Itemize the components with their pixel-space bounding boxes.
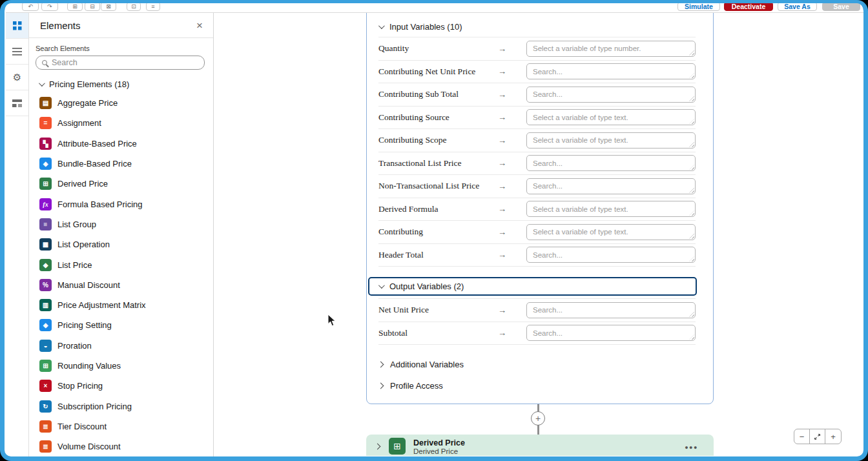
- list-operation-icon: ▦: [39, 238, 52, 251]
- element-list-item[interactable]: ◈Bundle-Based Price: [29, 154, 213, 174]
- variable-value-input[interactable]: [527, 156, 695, 170]
- delete-button[interactable]: ⊠: [101, 2, 116, 11]
- variable-value-input[interactable]: [527, 64, 695, 79]
- variable-row: Contributing Sub Total→: [378, 83, 696, 107]
- element-list-item[interactable]: ◈Pricing Setting: [29, 315, 213, 335]
- deactivate-button[interactable]: Deactivate: [724, 2, 773, 11]
- rail-item-fields[interactable]: [6, 39, 28, 65]
- variable-value-box[interactable]: [526, 302, 696, 318]
- rail-item-elements[interactable]: [6, 13, 28, 39]
- close-icon[interactable]: ×: [196, 20, 203, 31]
- pricing-setting-icon: ◈: [39, 319, 52, 331]
- paste-button[interactable]: ⊟: [85, 2, 100, 11]
- snapshot-button[interactable]: ⊡: [127, 2, 141, 11]
- input-variables-header[interactable]: Input Variables (10): [378, 20, 696, 37]
- variable-label: Contributing Source: [378, 112, 498, 123]
- section-profile-access[interactable]: Profile Access: [378, 375, 696, 396]
- variable-value-input[interactable]: [527, 247, 695, 262]
- element-list-item[interactable]: ◒Proration: [29, 336, 213, 356]
- node-menu-icon[interactable]: ●●●: [685, 444, 698, 451]
- variable-value-box[interactable]: [526, 109, 696, 125]
- variable-value-box[interactable]: [526, 247, 696, 263]
- chevron-right-icon: [378, 383, 384, 389]
- variable-value-box[interactable]: [526, 178, 696, 194]
- derived-price-node[interactable]: ⊞ Derived Price Derived Price ●●●: [366, 435, 714, 456]
- canvas[interactable]: Input Variables (10) Quantity→Contributi…: [214, 13, 863, 456]
- rail-item-layout[interactable]: [6, 90, 28, 116]
- variable-value-input[interactable]: [527, 87, 695, 102]
- stop-pricing-icon: ×: [39, 380, 52, 392]
- app-background: ↶↷⊞⊟⊠⊡≡ SimulateDeactivateSave AsSave ⚙ …: [1, 1, 867, 460]
- variable-label: Transactional List Price: [378, 158, 498, 169]
- element-list-item[interactable]: ⊞Derived Price: [29, 174, 213, 194]
- save-button[interactable]: Save: [822, 2, 860, 11]
- element-list-item[interactable]: fxFormula Based Pricing: [29, 194, 213, 214]
- section-additional-variables[interactable]: Additional Variables: [378, 354, 696, 375]
- variable-value-box[interactable]: [526, 201, 696, 217]
- variable-value-input[interactable]: [527, 201, 695, 216]
- element-list-item[interactable]: ↻Subscription Pricing: [29, 396, 213, 416]
- fit-view-button[interactable]: [810, 429, 825, 444]
- arrow-right-icon: →: [498, 44, 526, 54]
- variable-value-box[interactable]: [526, 325, 696, 341]
- variable-value-input[interactable]: [527, 110, 695, 125]
- variable-label: Quantity: [378, 43, 498, 54]
- search-input[interactable]: [52, 58, 204, 67]
- element-list-item[interactable]: %Manual Discount: [29, 275, 213, 295]
- element-list-item[interactable]: ▦List Operation: [29, 234, 213, 254]
- copy-button[interactable]: ⊞: [67, 2, 83, 11]
- search-icon: [42, 60, 47, 65]
- element-list-item[interactable]: ▥Price Adjustment Matrix: [29, 295, 213, 315]
- variable-value-box[interactable]: [526, 224, 696, 240]
- variable-row: Contributing Net Unit Price→: [378, 61, 696, 84]
- simulate-label: Simulate: [685, 3, 713, 10]
- element-list-item[interactable]: ×Stop Pricing: [29, 376, 213, 396]
- variable-value-input[interactable]: [527, 41, 695, 56]
- node-title: Derived Price: [413, 438, 465, 447]
- arrow-right-icon: →: [498, 136, 526, 145]
- undo-button[interactable]: ↶: [22, 2, 39, 11]
- add-element-button[interactable]: +: [531, 411, 545, 425]
- derived-price-icon: ⊞: [39, 178, 52, 190]
- variable-value-input[interactable]: [527, 179, 695, 194]
- more-button[interactable]: ≡: [146, 2, 160, 11]
- output-variable-rows: Net Unit Price→Subtotal→: [367, 299, 713, 345]
- input-variables-label: Input Variables (10): [389, 22, 462, 32]
- variable-value-box[interactable]: [526, 132, 696, 149]
- variable-value-input[interactable]: [527, 133, 695, 148]
- output-variables-header[interactable]: Output Variables (2): [368, 277, 697, 296]
- variable-value-box[interactable]: [526, 41, 696, 57]
- save-as-button[interactable]: Save As: [778, 2, 817, 11]
- elements-panel-header: Elements ×: [29, 13, 213, 38]
- element-list-item[interactable]: ▚Attribute-Based Price: [29, 134, 213, 154]
- subscription-pricing-icon: ↻: [39, 400, 52, 413]
- element-list-item[interactable]: ≣Volume Discount: [29, 436, 213, 456]
- zoom-in-button[interactable]: +: [825, 429, 841, 444]
- element-list-item[interactable]: ▤Aggregate Price: [29, 93, 213, 113]
- mouse-cursor: [327, 314, 336, 327]
- rail-item-settings[interactable]: ⚙: [6, 65, 28, 90]
- redo-button[interactable]: ↷: [41, 2, 58, 11]
- element-list-item[interactable]: ⊞Rounding Values: [29, 356, 213, 376]
- element-list-item[interactable]: ≣Tier Discount: [29, 416, 213, 436]
- variable-label: Contributing Net Unit Price: [378, 67, 498, 77]
- variable-value-input[interactable]: [527, 303, 695, 318]
- variable-value-box[interactable]: [526, 63, 696, 79]
- variable-row: Non-Transactional List Price→: [378, 175, 696, 198]
- chevron-right-icon[interactable]: [375, 444, 381, 450]
- list-group-icon: ≡: [39, 218, 52, 230]
- element-list-item[interactable]: =Assignment: [29, 113, 213, 133]
- zoom-out-button[interactable]: −: [794, 429, 810, 444]
- element-list-item[interactable]: ◆List Price: [29, 254, 213, 274]
- element-list-item[interactable]: ≡List Group: [29, 214, 213, 234]
- variable-row: Net Unit Price→: [378, 299, 696, 322]
- deactivate-label: Deactivate: [732, 3, 766, 10]
- variable-value-input[interactable]: [527, 325, 695, 340]
- variable-value-box[interactable]: [526, 155, 696, 171]
- search-box[interactable]: [36, 56, 205, 70]
- variable-value-box[interactable]: [526, 87, 696, 103]
- pricing-elements-group-header[interactable]: Pricing Elements (18): [29, 75, 213, 93]
- variable-row: Contributing Scope→: [378, 129, 696, 152]
- variable-value-input[interactable]: [527, 225, 695, 240]
- simulate-button[interactable]: Simulate: [677, 2, 720, 11]
